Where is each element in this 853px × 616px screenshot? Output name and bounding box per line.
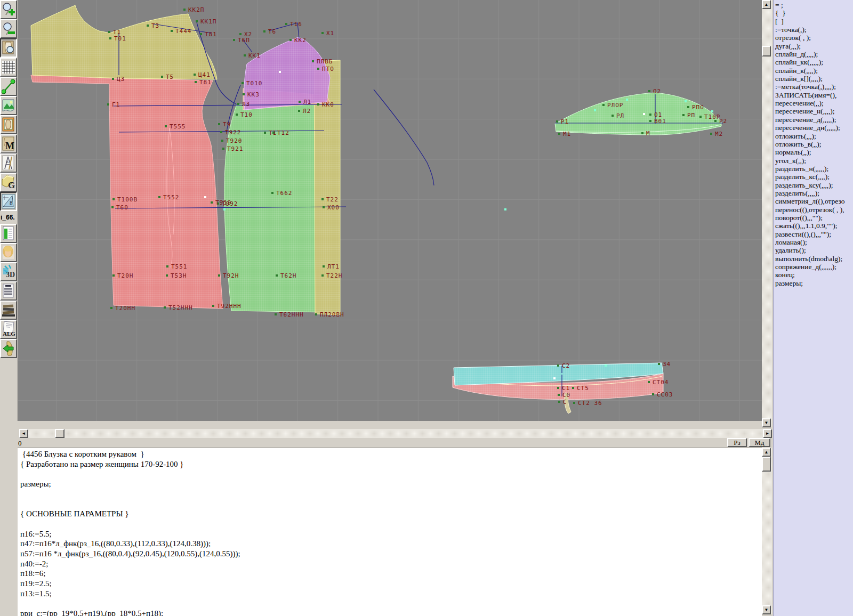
sleeve-piece[interactable] — [555, 93, 721, 135]
command-item[interactable]: разделить_н(,,,,,); — [775, 165, 853, 173]
command-item[interactable]: сплайн_кк(,,,,,); — [775, 58, 853, 66]
command-item[interactable]: конец; — [775, 271, 853, 279]
spec-list-icon — [2, 283, 15, 299]
pattern-frame-button[interactable] — [0, 115, 17, 134]
editor-scroll-down-button[interactable]: ▼ — [762, 605, 771, 614]
command-item[interactable]: :=точка(,); — [775, 26, 853, 34]
editor-vscroll-thumb[interactable] — [762, 457, 771, 472]
pattern-label: Х00 — [327, 204, 340, 211]
pattern-label: Т81 — [205, 31, 217, 38]
pattern-g-button[interactable]: G — [0, 173, 17, 192]
command-item[interactable]: угол_к(,,); — [775, 157, 853, 165]
pattern-label: Т444 — [175, 28, 192, 35]
command-item[interactable]: [ ] — [775, 18, 853, 26]
pattern-label: СТ5 — [577, 385, 589, 392]
pattern-label: С2 — [562, 362, 570, 369]
pattern-label: Т3 — [151, 22, 159, 29]
editor-line: п19:=2.5; — [20, 579, 240, 589]
editor-vscrollbar[interactable]: ▲ ▼ — [762, 448, 772, 614]
command-item[interactable]: отрезок( , ); — [775, 34, 853, 42]
table-doc-button[interactable] — [0, 224, 17, 243]
command-item[interactable]: { } — [775, 9, 853, 17]
pattern-label: Т10 — [240, 111, 253, 118]
pattern-label: Т992 — [222, 200, 238, 207]
canvas-scroll-right-button[interactable]: ► — [763, 429, 772, 438]
command-item[interactable]: поворот((),,,""); — [775, 214, 853, 222]
canvas-scroll-left-button[interactable]: ◄ — [19, 429, 28, 438]
command-item[interactable]: удалить(); — [775, 246, 853, 254]
exit-icon — [2, 341, 15, 356]
portrait-button[interactable] — [0, 243, 17, 262]
editor-scroll-up-button[interactable]: ▲ — [762, 448, 771, 457]
command-item[interactable]: выполнить(dmod\alg); — [775, 255, 853, 263]
command-item[interactable]: сопряжение_д(,,,,,,); — [775, 263, 853, 271]
exit-button[interactable] — [0, 339, 17, 358]
grid-button[interactable] — [0, 58, 17, 77]
command-item[interactable]: симметрия_л((),отрезо — [775, 197, 853, 205]
command-item[interactable]: ломаная(); — [775, 238, 853, 246]
command-item[interactable]: нормаль(,,); — [775, 148, 853, 156]
pattern-label: Т555 — [170, 123, 186, 130]
drafting-tools-button[interactable]: A — [0, 153, 17, 173]
3d-icon: 3D — [2, 264, 15, 280]
command-item[interactable]: разделить_ксу(,,,,); — [775, 181, 853, 189]
command-item[interactable]: пересечение_н(,,,,); — [775, 107, 853, 115]
spec-list-button[interactable] — [0, 281, 17, 301]
command-item[interactable]: пересечение_д(,,,,,); — [775, 116, 853, 124]
drafting-8-button[interactable]: 8 — [0, 192, 17, 211]
command-item[interactable]: перенос((),отрезок( , ), — [775, 206, 853, 214]
back-bodice-piece[interactable] — [31, 5, 217, 79]
command-item[interactable]: разделить(,,,,); — [775, 189, 853, 197]
pattern-m-button[interactable]: M — [0, 134, 17, 153]
command-item[interactable]: пересечение_дн(,,,,,); — [775, 124, 853, 132]
command-item[interactable]: сплайн_д(,,,,); — [775, 50, 853, 58]
canvas-vscroll-thumb[interactable] — [762, 46, 771, 56]
canvas-hscrollbar[interactable]: ◄ ► — [19, 429, 772, 438]
table-doc-icon — [2, 225, 15, 241]
command-item[interactable]: размеры; — [775, 279, 853, 287]
3d-button[interactable]: 3D — [0, 262, 17, 281]
picture-button[interactable] — [0, 96, 17, 115]
canvas-scroll-up-button[interactable]: ▲ — [762, 0, 771, 9]
pattern-label: Л1 — [303, 99, 311, 106]
front-yoke-piece[interactable] — [244, 37, 330, 110]
left-toolbar: M A G 8 i_66. — [0, 0, 18, 616]
pattern-label: Т22 — [326, 196, 339, 203]
pattern-label: Ц41 — [198, 71, 211, 78]
pattern-label: Т922 — [225, 129, 242, 136]
canvas-hscroll-thumb[interactable] — [55, 429, 65, 438]
command-item[interactable]: дуга(,,,); — [775, 42, 853, 50]
command-item[interactable]: сжать((),,,1.1,0.9,""); — [775, 222, 853, 230]
algorithm-editor[interactable]: {4456 Блузка с коротким рукавом }{ Разра… — [18, 448, 762, 616]
command-item[interactable]: ЗАПИСАТЬ(имя=(), — [775, 91, 853, 99]
view-piece-button[interactable] — [0, 38, 17, 58]
picture-icon — [2, 98, 15, 114]
command-item[interactable]: = ; — [775, 1, 853, 9]
command-item[interactable]: отложить_в(,,); — [775, 140, 853, 148]
canvas-vscrollbar[interactable]: ▲ ▼ — [762, 0, 772, 427]
canvas-scroll-down-button[interactable]: ▼ — [762, 418, 771, 427]
zoom-out-button[interactable] — [0, 19, 17, 38]
command-item[interactable]: :=метка(точка(,),,,,); — [775, 83, 853, 91]
pattern-label: О2 — [653, 88, 661, 95]
pattern-label: СТ04 — [653, 379, 669, 386]
command-item[interactable]: сплайн_к[](,,,,); — [775, 75, 853, 83]
pattern-label: Т6 — [268, 28, 276, 35]
zoom-in-button[interactable] — [0, 0, 17, 19]
alg-doc-button[interactable]: ALG — [0, 320, 17, 339]
pattern-label: Т5 — [166, 74, 174, 80]
drafting-8-icon: 8 — [2, 193, 15, 209]
books-button[interactable] — [0, 301, 17, 320]
pattern-label: КК2П — [188, 6, 205, 13]
md-button[interactable]: Мд — [749, 438, 770, 447]
command-item[interactable]: развести((),(),,,""); — [775, 230, 853, 238]
pattern-label: Г1 — [112, 101, 120, 108]
command-item[interactable]: сплайн_к(,,,,); — [775, 67, 853, 75]
drawing-canvas[interactable]: КК2ПКК1ПТ3Т444Т81Т1Т01Х2Т6ПТ6Т16КК2Х1КК1… — [18, 0, 762, 421]
rz-button[interactable]: Рз — [727, 438, 747, 447]
command-item[interactable]: отложить(,,,); — [775, 132, 853, 140]
measure-line-button[interactable] — [0, 77, 17, 96]
pattern-label: КК0 — [322, 101, 334, 108]
command-item[interactable]: пересечение(,,); — [775, 99, 853, 107]
command-item[interactable]: разделить_кс(,,,,); — [775, 173, 853, 181]
